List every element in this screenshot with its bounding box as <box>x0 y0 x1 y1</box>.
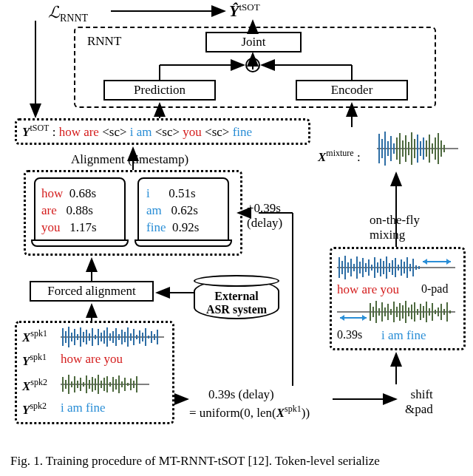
svg-rect-10 <box>405 135 406 162</box>
svg-rect-3 <box>384 132 386 166</box>
svg-rect-34 <box>365 263 367 272</box>
svg-rect-115 <box>139 330 140 344</box>
ytsot-sc3: <sc> <box>205 125 229 139</box>
svg-rect-4 <box>387 141 389 156</box>
joint-box: Joint <box>205 32 302 52</box>
svg-rect-77 <box>420 304 421 320</box>
svg-rect-91 <box>68 327 69 347</box>
svg-rect-93 <box>74 329 75 345</box>
xmix-var: X <box>318 150 326 164</box>
prediction-box: Prediction <box>103 80 216 101</box>
yspk2-text: i am fine <box>61 401 105 415</box>
svg-rect-17 <box>426 140 427 157</box>
xspk2-sup: spk2 <box>30 377 47 387</box>
svg-rect-1 <box>378 134 380 163</box>
svg-rect-136 <box>101 381 102 388</box>
wave-xspk1 <box>61 325 164 349</box>
ytsot-colon: : <box>52 125 56 139</box>
svg-rect-66 <box>387 304 389 320</box>
xmix-sup: mixture <box>326 148 353 158</box>
svg-rect-134 <box>95 378 96 390</box>
svg-rect-76 <box>417 309 418 315</box>
svg-rect-27 <box>344 256 346 279</box>
svg-rect-25 <box>338 257 340 278</box>
mix-top-label: how are you <box>337 282 399 297</box>
svg-rect-90 <box>65 331 67 343</box>
svg-rect-137 <box>103 378 105 391</box>
svg-rect-99 <box>92 328 93 346</box>
scroll-left-bottom <box>31 239 129 247</box>
svg-rect-65 <box>384 307 386 316</box>
forced-alignment-box: Forced alignment <box>30 281 154 302</box>
svg-rect-64 <box>381 302 383 322</box>
svg-rect-98 <box>89 333 90 341</box>
svg-rect-48 <box>406 257 408 278</box>
svg-rect-36 <box>371 265 372 271</box>
al-r-t3: 0.92s <box>172 220 199 234</box>
svg-rect-109 <box>121 330 123 344</box>
svg-rect-104 <box>106 327 108 347</box>
svg-rect-129 <box>80 378 81 391</box>
svg-rect-40 <box>383 261 384 274</box>
svg-rect-18 <box>429 135 430 163</box>
delay-formula-sup: spk1 <box>285 404 302 414</box>
mix-bot-label: i am fine <box>381 328 426 343</box>
external-asr-label: External ASR system <box>205 290 268 316</box>
svg-rect-128 <box>77 381 78 388</box>
svg-rect-63 <box>378 308 380 316</box>
svg-rect-97 <box>86 330 87 344</box>
rnnt-label: RNNT <box>87 34 121 49</box>
svg-rect-15 <box>420 141 421 156</box>
svg-rect-130 <box>83 382 84 387</box>
mix-wave-top <box>337 254 455 281</box>
svg-rect-81 <box>432 303 433 321</box>
svg-rect-70 <box>399 303 401 321</box>
delay-formula-2a: = uniform(0, len( <box>189 406 276 420</box>
svg-rect-6 <box>393 143 395 154</box>
al-l-w1: how <box>41 186 63 200</box>
encoder-box: Encoder <box>296 80 408 101</box>
svg-rect-144 <box>124 378 126 391</box>
svg-rect-52 <box>418 266 420 269</box>
loss-symbol: ℒ <box>48 3 60 21</box>
svg-rect-100 <box>95 335 96 339</box>
svg-rect-29 <box>350 259 352 276</box>
svg-rect-21 <box>438 133 439 164</box>
svg-rect-86 <box>446 302 448 322</box>
figure-caption: Fig. 1. Training procedure of MT-RNNT-tS… <box>10 454 380 469</box>
al-l-t3: 1.17s <box>69 220 96 234</box>
svg-rect-142 <box>118 375 120 393</box>
svg-rect-12 <box>411 132 412 165</box>
alignment-label: Alignment (timestamp) <box>71 152 188 167</box>
svg-rect-131 <box>86 375 87 393</box>
delay-align: +0.39s (delay) <box>247 201 282 231</box>
svg-rect-46 <box>401 259 402 276</box>
xspk2-var: X <box>22 379 30 393</box>
svg-rect-105 <box>109 333 111 341</box>
yspk2-var: Y <box>22 403 30 417</box>
delay-formula-var: X <box>276 406 285 420</box>
svg-rect-60 <box>370 303 371 321</box>
svg-rect-135 <box>98 375 99 394</box>
svg-rect-145 <box>127 383 129 386</box>
mix-bot-left: 0.39s <box>337 328 362 341</box>
svg-rect-47 <box>404 262 405 273</box>
al-r-t1: 0.51s <box>169 186 195 200</box>
svg-rect-39 <box>380 259 381 276</box>
svg-rect-82 <box>435 310 436 314</box>
svg-rect-49 <box>409 264 411 271</box>
al-l-t2: 0.88s <box>67 203 93 217</box>
svg-rect-139 <box>109 382 111 387</box>
svg-rect-146 <box>130 378 132 390</box>
al-r-w2: am <box>146 203 162 217</box>
svg-rect-41 <box>386 256 387 279</box>
svg-rect-67 <box>390 309 392 315</box>
svg-rect-147 <box>133 381 135 388</box>
svg-rect-7 <box>396 137 398 160</box>
yspk1-sup: spk1 <box>30 352 47 362</box>
svg-rect-117 <box>145 328 146 346</box>
svg-rect-92 <box>71 333 72 341</box>
svg-rect-26 <box>341 261 343 274</box>
svg-rect-148 <box>136 376 137 392</box>
svg-rect-118 <box>148 336 149 339</box>
